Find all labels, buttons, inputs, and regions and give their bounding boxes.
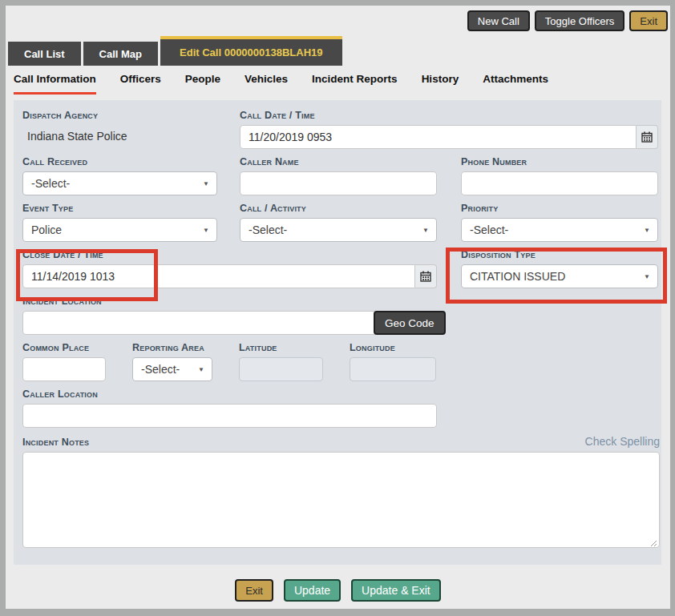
form-row: Caller Location: [22, 389, 658, 428]
close-datetime-calendar-button[interactable]: [415, 264, 437, 288]
select-value: Police: [31, 223, 62, 236]
dropdown-arrow-icon: ▼: [644, 273, 650, 280]
caller-name-label: Caller Name: [240, 156, 437, 167]
main-tab-bar: Call List Call Map Edit Call 0000000138B…: [8, 36, 345, 66]
tab-incident-reports[interactable]: Incident Reports: [312, 73, 398, 95]
form-row: Common Place Reporting Area -Select- ▼ L…: [22, 342, 658, 381]
dropdown-arrow-icon: ▼: [203, 227, 209, 234]
longitude-label: Longitude: [350, 342, 436, 353]
call-datetime-label: Call Date / Time: [240, 110, 658, 121]
dropdown-arrow-icon: ▼: [203, 180, 209, 187]
select-value: CITATION ISSUED: [470, 270, 565, 283]
longitude-input: [350, 357, 436, 381]
footer-button-bar: Exit Update Update & Exit: [6, 566, 670, 602]
update-and-exit-button[interactable]: Update & Exit: [351, 579, 441, 602]
close-datetime-label: Close Date / Time: [22, 249, 437, 260]
caller-location-input[interactable]: [22, 404, 437, 428]
incident-location-input[interactable]: [22, 311, 375, 335]
call-activity-label: Call / Activity: [240, 203, 437, 214]
tab-people[interactable]: People: [185, 73, 220, 95]
call-activity-select[interactable]: -Select- ▼: [240, 218, 437, 242]
dispatch-agency-value: Indiana State Police: [22, 125, 217, 143]
detail-tab-bar: Call Information Officers People Vehicle…: [14, 66, 665, 100]
select-value: -Select-: [141, 363, 180, 376]
tab-officers[interactable]: Officers: [120, 73, 161, 95]
tab-attachments[interactable]: Attachments: [483, 73, 548, 95]
toggle-officers-button[interactable]: Toggle Officers: [535, 10, 624, 31]
app-window: New Call Toggle Officers Exit Call List …: [0, 0, 675, 616]
form-row: Dispatch Agency Indiana State Police Cal…: [22, 110, 658, 149]
disposition-type-select[interactable]: CITATION ISSUED ▼: [461, 264, 658, 288]
incident-notes-textarea[interactable]: [22, 452, 660, 548]
tab-vehicles[interactable]: Vehicles: [245, 73, 288, 95]
update-button[interactable]: Update: [284, 579, 341, 602]
new-call-button[interactable]: New Call: [467, 10, 530, 31]
form-row: Incident Notes Check Spelling: [22, 435, 658, 551]
event-type-select[interactable]: Police ▼: [22, 218, 217, 242]
tab-edit-call[interactable]: Edit Call 0000000138BLAH19: [160, 36, 342, 66]
calendar-icon: [641, 131, 653, 143]
priority-label: Priority: [461, 203, 658, 214]
latitude-input: [239, 357, 323, 381]
call-information-panel: Dispatch Agency Indiana State Police Cal…: [14, 100, 661, 565]
dropdown-arrow-icon: ▼: [644, 227, 650, 234]
select-value: -Select-: [470, 223, 508, 236]
select-value: -Select-: [31, 177, 70, 190]
close-datetime-input[interactable]: [22, 264, 415, 288]
caller-location-label: Caller Location: [22, 389, 437, 400]
dispatch-agency-label: Dispatch Agency: [22, 110, 217, 121]
page-container: New Call Toggle Officers Exit Call List …: [6, 6, 670, 609]
incident-notes-label: Incident Notes: [22, 437, 89, 448]
priority-select[interactable]: -Select- ▼: [461, 218, 658, 242]
call-datetime-input[interactable]: [240, 125, 637, 149]
reporting-area-label: Reporting Area: [132, 342, 212, 353]
disposition-type-label: Disposition Type: [461, 249, 658, 260]
dropdown-arrow-icon: ▼: [422, 227, 429, 234]
phone-number-label: Phone Number: [461, 156, 658, 167]
top-button-bar: New Call Toggle Officers Exit: [6, 6, 670, 36]
form-row: Call Received -Select- ▼ Caller Name Pho…: [22, 156, 658, 195]
calendar-icon: [420, 271, 431, 282]
dropdown-arrow-icon: ▼: [198, 366, 204, 373]
geo-code-button[interactable]: Geo Code: [374, 311, 446, 335]
incident-location-label: Incident Location: [22, 296, 446, 307]
event-type-label: Event Type: [22, 203, 217, 214]
phone-number-input[interactable]: [461, 171, 658, 195]
tab-call-information[interactable]: Call Information: [14, 73, 96, 95]
common-place-input[interactable]: [22, 357, 106, 381]
call-received-label: Call Received: [22, 156, 217, 167]
caller-name-input[interactable]: [240, 171, 437, 195]
exit-button-bottom[interactable]: Exit: [235, 579, 273, 602]
form-row: Incident Location Geo Code: [22, 296, 658, 335]
call-received-select[interactable]: -Select- ▼: [22, 171, 217, 195]
latitude-label: Latitude: [239, 342, 323, 353]
select-value: -Select-: [249, 223, 287, 236]
tab-call-map[interactable]: Call Map: [83, 42, 158, 66]
form-row: Close Date / Time: [22, 249, 658, 288]
form-row: Event Type Police ▼ Call / Activity -Sel…: [22, 203, 658, 242]
tab-call-list[interactable]: Call List: [8, 42, 81, 66]
reporting-area-select[interactable]: -Select- ▼: [132, 357, 212, 381]
call-datetime-calendar-button[interactable]: [637, 125, 658, 149]
check-spelling-link[interactable]: Check Spelling: [585, 435, 660, 448]
exit-button-top[interactable]: Exit: [629, 10, 668, 31]
tab-history[interactable]: History: [422, 73, 459, 95]
common-place-label: Common Place: [22, 342, 106, 353]
